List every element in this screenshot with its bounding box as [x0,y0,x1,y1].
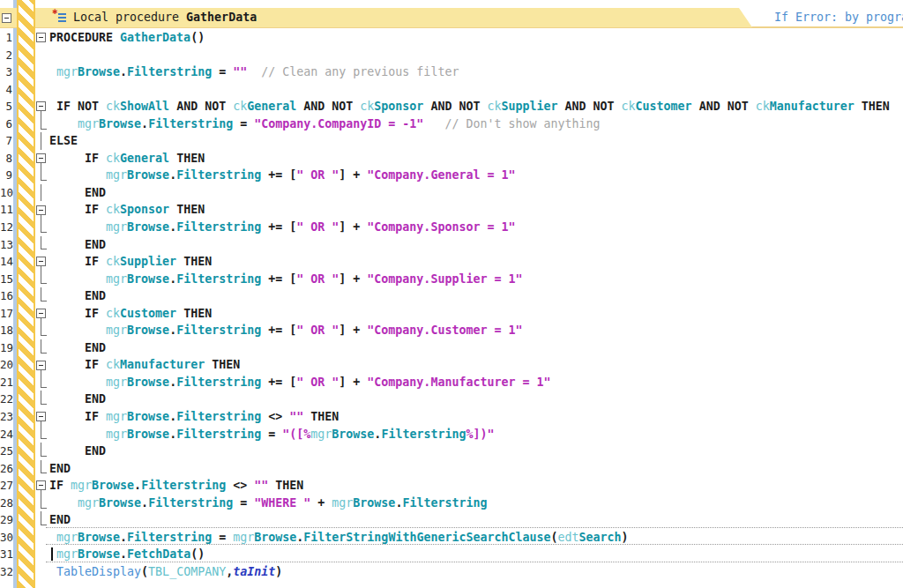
code-line[interactable]: 6 mgrBrowse.Filterstring = "Company.Comp… [0,115,903,133]
code-line[interactable]: 2 [0,47,903,64]
fold-toggle-icon[interactable] [35,305,48,323]
code-text[interactable]: ELSE [49,132,78,150]
line-number[interactable]: 28 [0,495,12,512]
code-line[interactable]: 19 END [0,339,903,357]
code-line[interactable]: 30 mgrBrowse.Filterstring = mgrBrowse.Fi… [0,529,903,547]
code-line[interactable]: 11 IF ckSponsor THEN [0,201,903,219]
line-number[interactable]: 11 [0,201,12,219]
code-text[interactable]: TableDisplay(TBL_COMPANY,taInit) [49,563,282,581]
header-collapse-button[interactable] [2,13,11,23]
code-line[interactable]: 32 TableDisplay(TBL_COMPANY,taInit) [0,563,903,581]
code-line[interactable]: 26END [0,460,903,478]
code-text[interactable]: mgrBrowse.Filterstring = mgrBrowse.Filte… [49,529,629,547]
code-line[interactable]: 4 [0,81,903,99]
line-number[interactable]: 23 [0,408,12,426]
line-number[interactable]: 8 [0,150,12,167]
code-text[interactable]: END [49,236,106,254]
fold-toggle-icon[interactable] [35,356,48,374]
code-line[interactable]: 16 END [0,287,903,305]
code-line[interactable]: 29END [0,511,903,529]
code-text[interactable]: mgrBrowse.Filterstring += [" OR "] + "Co… [49,322,522,339]
line-number[interactable]: 1 [0,29,12,47]
code-line[interactable]: 23 IF mgrBrowse.Filterstring <> "" THEN [0,408,903,426]
fold-toggle-icon[interactable] [35,98,48,115]
code-text[interactable]: END [49,339,106,357]
line-number[interactable]: 19 [0,339,12,357]
line-number[interactable]: 14 [0,253,12,271]
code-text[interactable]: mgrBrowse.Filterstring = "WHERE " + mgrB… [49,495,487,512]
code-text[interactable]: mgrBrowse.Filterstring = "Company.Compan… [49,115,601,133]
code-line[interactable]: 28 mgrBrowse.Filterstring = "WHERE " + m… [0,495,903,512]
code-line[interactable]: 31 mgrBrowse.FetchData() [0,546,903,563]
line-number[interactable]: 4 [0,81,12,99]
line-number[interactable]: 18 [0,322,12,339]
code-line[interactable]: 27IF mgrBrowse.Filterstring <> "" THEN [0,477,903,495]
code-text[interactable]: IF ckSponsor THEN [49,201,205,219]
line-number[interactable]: 5 [0,98,12,115]
line-number[interactable]: 6 [0,115,12,133]
line-number[interactable]: 21 [0,374,12,391]
code-text[interactable]: END [49,460,71,478]
code-line[interactable]: 20 IF ckManufacturer THEN [0,356,903,374]
line-number[interactable]: 26 [0,460,12,478]
error-handling-note[interactable]: If Error: by progra [774,11,903,24]
code-text[interactable]: IF mgrBrowse.Filterstring <> "" THEN [49,477,303,495]
line-number[interactable]: 10 [0,184,12,202]
fold-toggle-icon[interactable] [35,253,48,271]
code-line[interactable]: 17 IF ckCustomer THEN [0,305,903,323]
code-text[interactable]: END [49,184,106,202]
fold-toggle-icon[interactable] [35,201,48,219]
code-text[interactable]: IF ckCustomer THEN [49,305,212,323]
line-number[interactable]: 20 [0,356,12,374]
code-line[interactable]: 15 mgrBrowse.Filterstring += [" OR "] + … [0,271,903,288]
code-line[interactable]: 14 IF ckSupplier THEN [0,253,903,271]
code-text[interactable]: IF NOT ckShowAll AND NOT ckGeneral AND N… [49,98,890,115]
code-line[interactable]: 18 mgrBrowse.Filterstring += [" OR "] + … [0,322,903,339]
code-line[interactable]: 1PROCEDURE GatherData() [0,29,903,47]
line-number[interactable]: 2 [0,47,12,64]
code-text[interactable]: IF ckManufacturer THEN [49,356,240,374]
code-text[interactable]: END [49,511,71,529]
line-number[interactable]: 24 [0,426,12,443]
fold-toggle-icon[interactable] [35,477,48,495]
code-line[interactable]: 21 mgrBrowse.Filterstring += [" OR "] + … [0,374,903,391]
fold-toggle-icon[interactable] [35,29,48,47]
code-line[interactable]: 8 IF ckGeneral THEN [0,150,903,167]
code-editor-area[interactable]: 1PROCEDURE GatherData()23 mgrBrowse.Filt… [0,29,903,581]
code-text[interactable]: mgrBrowse.Filterstring += [" OR "] + "Co… [49,271,522,288]
code-text[interactable]: END [49,443,106,460]
line-number[interactable]: 27 [0,477,12,495]
line-number[interactable]: 9 [0,167,12,184]
line-number[interactable]: 32 [0,563,12,581]
code-text[interactable]: mgrBrowse.Filterstring = "" // Clean any… [49,63,459,81]
code-line[interactable]: 5 IF NOT ckShowAll AND NOT ckGeneral AND… [0,98,903,115]
line-number[interactable]: 3 [0,63,12,81]
code-line[interactable]: 22 END [0,391,903,408]
fold-toggle-icon[interactable] [35,408,48,426]
code-text[interactable]: mgrBrowse.Filterstring = "([%mgrBrowse.F… [49,426,494,443]
line-number[interactable]: 12 [0,219,12,236]
line-number[interactable]: 22 [0,391,12,408]
code-line[interactable]: 25 END [0,443,903,460]
code-text[interactable]: mgrBrowse.Filterstring += [" OR "] + "Co… [49,374,550,391]
code-line[interactable]: 9 mgrBrowse.Filterstring += [" OR "] + "… [0,167,903,184]
code-text[interactable]: PROCEDURE GatherData() [49,29,205,47]
code-line[interactable]: 12 mgrBrowse.Filterstring += [" OR "] + … [0,219,903,236]
code-line[interactable]: 13 END [0,236,903,254]
code-text[interactable]: IF mgrBrowse.Filterstring <> "" THEN [49,408,339,426]
line-number[interactable]: 31 [0,546,12,563]
code-text[interactable]: IF ckGeneral THEN [49,150,205,167]
line-number[interactable]: 17 [0,305,12,323]
line-number[interactable]: 25 [0,443,12,460]
line-number[interactable]: 7 [0,132,12,150]
line-number[interactable]: 16 [0,287,12,305]
code-text[interactable]: mgrBrowse.Filterstring += [" OR "] + "Co… [49,167,515,184]
line-number[interactable]: 30 [0,529,12,547]
line-number[interactable]: 15 [0,271,12,288]
code-text[interactable]: END [49,287,106,305]
code-line[interactable]: 7ELSE [0,132,903,150]
code-line[interactable]: 10 END [0,184,903,202]
line-number[interactable]: 29 [0,511,12,529]
line-number[interactable]: 13 [0,236,12,254]
code-text[interactable]: mgrBrowse.Filterstring += [" OR "] + "Co… [49,219,515,236]
